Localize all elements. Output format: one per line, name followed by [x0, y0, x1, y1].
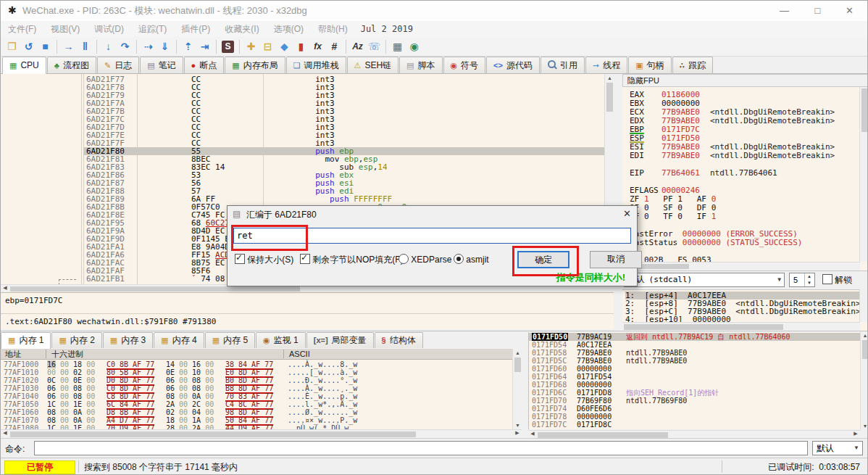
tab-dump-3[interactable]: ▦内存 3 — [103, 332, 153, 348]
unlock-checkbox[interactable]: 解锁 — [822, 274, 852, 286]
radio-icon[interactable] — [398, 254, 409, 264]
fill-nop-checkbox[interactable]: 剩余字节以NOP填充(F) — [300, 254, 404, 266]
dump-row[interactable]: 77AF100016001800C08BAF77140016003884AF77… — [1, 360, 512, 368]
title-bar[interactable]: ✱ WeChat.exe - PID: 263C - 模块: wechatwin… — [1, 1, 867, 22]
scroll-thumb[interactable] — [862, 340, 868, 359]
register-row[interactable]: CF 0 TF 0 IF 1 — [630, 212, 716, 221]
menu-item[interactable]: 追踪(T) — [131, 21, 174, 37]
arguments-vertical-scrollbar[interactable] — [859, 289, 868, 322]
stack-row[interactable]: 0171FD7077B69F80ntdll.77B69F80 — [529, 397, 861, 405]
tab-trace[interactable]: ∴跟踪 — [672, 57, 714, 73]
functions-icon[interactable]: fx — [309, 38, 326, 55]
radio-selected-icon[interactable] — [454, 254, 464, 264]
menu-item[interactable]: 选项(O) — [267, 21, 311, 37]
stack-row[interactable]: 0171FD640171FD54 — [529, 373, 861, 381]
globe-icon[interactable]: ◉ — [406, 38, 422, 55]
restart-icon[interactable]: ↺ — [20, 38, 37, 55]
step-into-icon[interactable]: ↓ — [100, 38, 117, 55]
scroll-thumb[interactable] — [861, 88, 867, 132]
menu-item[interactable]: 帮助(H) — [311, 21, 355, 37]
argument-count-stepper[interactable]: 5 ▲▼ — [789, 273, 815, 287]
cancel-button[interactable]: 取消 — [590, 251, 642, 268]
menu-item[interactable]: 插件(P) — [174, 21, 217, 37]
dump-row[interactable]: 77AF101000000200805BAF770E001000E08DAF77… — [1, 368, 512, 376]
tab-graph[interactable]: ♣流程图 — [47, 57, 96, 73]
tab-references[interactable]: 引用 — [541, 57, 585, 73]
hash-icon[interactable]: # — [326, 38, 343, 55]
tab-source[interactable]: <>源代码 — [486, 57, 540, 73]
asmjit-radio[interactable]: asmjit — [454, 254, 489, 265]
tab-log[interactable]: ✎日志 — [97, 57, 139, 73]
register-list[interactable]: EAX01186000EBX00000000ECX77B9ABE0<ntdll.… — [622, 87, 860, 262]
stack-row[interactable]: 0171FD6C0171FDD8指向SEH_Record[1]的指针 — [529, 389, 861, 397]
tab-watch-1[interactable]: ◉监视 1 — [256, 332, 306, 348]
stack-row[interactable]: 0171FD6000000000 — [529, 365, 861, 373]
scylla-icon[interactable]: S — [222, 41, 234, 53]
stack-row[interactable]: 0171FD7C0171FD8C — [529, 421, 861, 429]
minimize-button[interactable]: — — [768, 1, 801, 21]
scroll-thumb[interactable] — [10, 431, 416, 437]
stack-arguments[interactable]: 1: [esp+4] A0C17EEA2: [esp+8] 77B9ABE0 <… — [622, 289, 860, 323]
calculator-icon[interactable]: ▦ — [389, 38, 406, 55]
scroll-thumb[interactable] — [624, 324, 783, 330]
bookmarks-icon[interactable]: ▮ — [293, 38, 309, 55]
register-row[interactable]: EDX77B9ABE0<ntdll.DbgUiRemoteBreakin> — [630, 117, 835, 125]
register-row[interactable]: EIP77B64061ntdll.77B64061 — [630, 169, 777, 178]
stack-row[interactable]: 0171FD74D60FE6D6 — [529, 405, 861, 413]
open-file-icon[interactable]: ❐ — [4, 38, 20, 55]
dialog-title-bar[interactable]: ▤ 汇编于 6AD21F80 ✕ — [228, 206, 637, 223]
phone-icon[interactable]: ☏ — [366, 38, 383, 55]
stack-row[interactable]: 0171FD5877B9ABE0ntdll.77B9ABE0 — [529, 349, 861, 357]
ok-button[interactable]: 确定 — [517, 251, 569, 268]
close-button[interactable]: ✕ — [833, 1, 866, 21]
stack-row[interactable]: 0171FD5C77B9ABE0ntdll.77B9ABE0 — [529, 357, 861, 365]
scroll-down-arrow[interactable]: ▼ — [861, 422, 868, 430]
tab-breakpoints[interactable]: ●断点 — [184, 57, 225, 73]
tab-threads[interactable]: ➙线程 — [585, 57, 627, 73]
registers-vertical-scrollbar[interactable] — [859, 87, 868, 262]
dump-vertical-scrollbar[interactable]: ▲ ▼ — [512, 349, 522, 429]
stack-row[interactable]: 0171FD7800000000 — [529, 413, 861, 421]
dump-row[interactable]: 77AF103006000800C08DAF7706000800B88DAF77… — [1, 384, 512, 392]
stop-icon[interactable]: ■ — [37, 38, 54, 55]
registers-horizontal-scrollbar[interactable] — [622, 262, 860, 270]
menu-item[interactable]: 收藏夹(I) — [217, 21, 266, 37]
scroll-thumb[interactable] — [538, 432, 668, 438]
pause-icon[interactable]: ‖ — [77, 38, 93, 55]
stack-row[interactable]: 0171FD54A0C17EEA — [529, 341, 861, 349]
tab-notes[interactable]: ▤笔记 — [140, 57, 183, 73]
stack-view[interactable]: 0171FD5077B9AC19返回到 ntdll.77B9AC19 自 ntd… — [528, 332, 861, 429]
calling-convention-select[interactable]: 默认 (stdcall) ▼ — [624, 273, 785, 287]
step-out-icon[interactable]: ⇡ — [180, 38, 196, 55]
tab-script[interactable]: ▤脚本 — [399, 57, 442, 73]
tab-call-stack[interactable]: ❏调用堆栈 — [286, 57, 346, 73]
tab-symbols[interactable]: ◉符号 — [443, 57, 486, 73]
main-splitter[interactable] — [614, 74, 622, 331]
tab-dump-2[interactable]: ▦内存 2 — [51, 332, 101, 348]
checkbox-checked-icon[interactable] — [235, 254, 245, 264]
tab-struct[interactable]: §结构体 — [375, 332, 423, 348]
dump-row[interactable]: 77AF10200C000E00D08DAF7706000800B08DAF77… — [1, 376, 512, 384]
comments-icon[interactable]: ⊟ — [259, 38, 276, 55]
stepper-arrows[interactable]: ▲▼ — [804, 273, 814, 286]
xedparse-radio[interactable]: XEDParse — [398, 254, 451, 265]
patches-icon[interactable]: ✚ — [243, 38, 259, 55]
register-row[interactable]: LastStatus 00000000 (STATUS_SUCCESS) — [630, 239, 802, 247]
checkbox-checked-icon[interactable] — [300, 254, 310, 264]
register-row[interactable]: EDI77B9ABE0<ntdll.DbgUiRemoteBreakin> — [630, 152, 835, 160]
tab-handles[interactable]: ▣句柄 — [628, 57, 671, 73]
dump-row[interactable]: 77AF10501C001E006C84AF772A002C00C48CAF77… — [1, 400, 512, 408]
menu-item[interactable]: 调试(D) — [87, 21, 131, 37]
dump-row[interactable]: 77AF104006000800C88DAF7708000A007083AF77… — [1, 392, 512, 400]
command-profile-select[interactable]: 默认 ▼ — [812, 441, 863, 455]
keep-size-checkbox[interactable]: 保持大小(S) — [235, 254, 293, 266]
instruction-input[interactable] — [233, 228, 631, 244]
checkbox-icon[interactable] — [822, 274, 832, 284]
stack-vertical-scrollbar[interactable]: ▲ ▼ — [860, 331, 868, 430]
tab-dump-5[interactable]: ▦内存 5 — [205, 332, 255, 348]
memory-dump[interactable]: 77AF100016001800C08BAF77140016003884AF77… — [1, 360, 512, 429]
tab-dump-1[interactable]: ▦内存 1 — [1, 332, 51, 349]
labels-icon[interactable]: ◆ — [276, 38, 293, 55]
dump-row[interactable]: 77AF106008000A00D88BAF7702000400988DAF77… — [1, 408, 512, 416]
dump-row[interactable]: 77AF10801C001E0070D9AF7728002A0044D9AF77… — [1, 424, 512, 429]
